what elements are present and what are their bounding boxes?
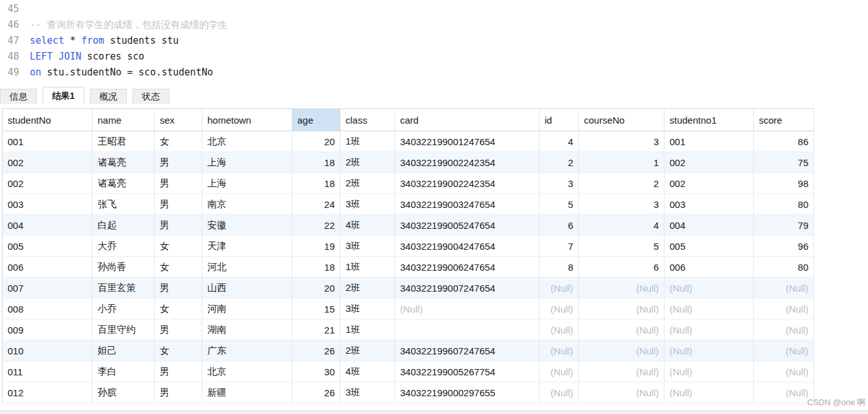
- cell-sex[interactable]: 女: [155, 236, 202, 257]
- cell-name[interactable]: 李白: [93, 361, 155, 382]
- cell-studentno1[interactable]: (Null): [664, 320, 754, 340]
- cell-studentno1[interactable]: 002: [664, 152, 754, 173]
- cell-score[interactable]: (Null): [754, 382, 814, 403]
- column-header-studentNo[interactable]: studentNo: [3, 109, 93, 131]
- cell-score[interactable]: (Null): [754, 299, 814, 320]
- cell-studentno1[interactable]: (Null): [664, 361, 754, 382]
- cell-hometown[interactable]: 河北: [202, 257, 292, 278]
- cell-class[interactable]: 3班: [340, 299, 395, 320]
- cell-sex[interactable]: 男: [155, 215, 202, 236]
- cell-class[interactable]: 2班: [340, 340, 395, 361]
- cell-sex[interactable]: 男: [155, 173, 202, 194]
- cell-age[interactable]: 18: [292, 257, 340, 278]
- cell-courseNo[interactable]: 1: [579, 152, 664, 173]
- sql-editor[interactable]: 4546-- 查询所有学生的成绩，包括没有成绩的学生47select * fro…: [0, 0, 868, 86]
- cell-age[interactable]: 20: [292, 278, 340, 299]
- cell-name[interactable]: 王昭君: [93, 131, 155, 152]
- cell-class[interactable]: 2班: [340, 152, 395, 173]
- cell-score[interactable]: (Null): [754, 361, 814, 382]
- cell-studentno1[interactable]: 002: [664, 173, 754, 194]
- cell-id[interactable]: 2: [540, 152, 579, 173]
- column-header-age[interactable]: age: [292, 109, 340, 131]
- cell-studentNo[interactable]: 002: [3, 152, 93, 173]
- cell-hometown[interactable]: 上海: [202, 152, 292, 173]
- cell-courseNo[interactable]: (Null): [579, 361, 664, 382]
- cell-id[interactable]: (Null): [540, 278, 579, 299]
- cell-name[interactable]: 孙尚香: [93, 257, 155, 278]
- cell-age[interactable]: 26: [292, 382, 340, 403]
- cell-age[interactable]: 15: [292, 299, 340, 320]
- cell-courseNo[interactable]: (Null): [579, 340, 664, 361]
- cell-age[interactable]: 21: [292, 320, 340, 340]
- cell-name[interactable]: 大乔: [93, 236, 155, 257]
- tab-result1[interactable]: 结果1: [42, 87, 84, 104]
- cell-class[interactable]: 1班: [340, 320, 395, 340]
- column-header-id[interactable]: id: [540, 109, 579, 131]
- cell-age[interactable]: 30: [292, 361, 340, 382]
- column-header-name[interactable]: name: [93, 109, 155, 131]
- cell-id[interactable]: 8: [540, 257, 579, 278]
- column-header-hometown[interactable]: hometown: [202, 109, 292, 131]
- cell-name[interactable]: 张飞: [93, 194, 155, 215]
- cell-hometown[interactable]: 南京: [202, 194, 292, 215]
- cell-sex[interactable]: 女: [155, 131, 202, 152]
- cell-age[interactable]: 20: [292, 131, 340, 152]
- cell-id[interactable]: 4: [540, 131, 579, 152]
- column-header-courseNo[interactable]: courseNo: [579, 109, 664, 131]
- cell-studentNo[interactable]: 003: [3, 194, 93, 215]
- cell-courseNo[interactable]: 2: [579, 173, 664, 194]
- cell-id[interactable]: 6: [540, 215, 579, 236]
- cell-studentno1[interactable]: (Null): [664, 278, 754, 299]
- cell-sex[interactable]: 男: [155, 320, 202, 340]
- cell-score[interactable]: 80: [754, 194, 814, 215]
- cell-age[interactable]: 18: [292, 152, 340, 173]
- cell-class[interactable]: 3班: [340, 382, 395, 403]
- cell-id[interactable]: (Null): [540, 340, 579, 361]
- cell-courseNo[interactable]: (Null): [579, 278, 664, 299]
- cell-name[interactable]: 白起: [93, 215, 155, 236]
- cell-age[interactable]: 26: [292, 340, 340, 361]
- cell-id[interactable]: 5: [540, 194, 579, 215]
- cell-studentNo[interactable]: 002: [3, 173, 93, 194]
- cell-studentNo[interactable]: 004: [3, 215, 93, 236]
- cell-card[interactable]: 340322199003247654: [395, 194, 540, 215]
- cell-studentNo[interactable]: 010: [3, 340, 93, 361]
- cell-courseNo[interactable]: 4: [579, 215, 664, 236]
- cell-score[interactable]: (Null): [754, 340, 814, 361]
- cell-card[interactable]: 340322199004247654: [395, 236, 540, 257]
- cell-courseNo[interactable]: 6: [579, 257, 664, 278]
- cell-studentno1[interactable]: (Null): [664, 382, 754, 403]
- cell-score[interactable]: (Null): [754, 320, 814, 340]
- cell-studentNo[interactable]: 009: [3, 320, 93, 340]
- cell-studentno1[interactable]: 001: [664, 131, 754, 152]
- cell-name[interactable]: 小乔: [93, 299, 155, 320]
- cell-card[interactable]: 340322199006247654: [395, 257, 540, 278]
- cell-hometown[interactable]: 安徽: [202, 215, 292, 236]
- cell-card[interactable]: 340322199005247654: [395, 215, 540, 236]
- cell-name[interactable]: 百里守约: [93, 320, 155, 340]
- cell-hometown[interactable]: 上海: [202, 173, 292, 194]
- cell-card[interactable]: [395, 320, 540, 340]
- cell-card[interactable]: 340322199005267754: [395, 361, 540, 382]
- cell-hometown[interactable]: 天津: [202, 236, 292, 257]
- cell-sex[interactable]: 男: [155, 361, 202, 382]
- cell-sex[interactable]: 男: [155, 152, 202, 173]
- cell-courseNo[interactable]: 3: [579, 194, 664, 215]
- cell-sex[interactable]: 男: [155, 382, 202, 403]
- cell-name[interactable]: 诸葛亮: [93, 152, 155, 173]
- cell-hometown[interactable]: 北京: [202, 131, 292, 152]
- cell-studentno1[interactable]: 005: [664, 236, 754, 257]
- cell-courseNo[interactable]: 5: [579, 236, 664, 257]
- cell-name[interactable]: 妲己: [93, 340, 155, 361]
- tab-overview[interactable]: 概况: [90, 89, 127, 104]
- cell-card[interactable]: 340322199002242354: [395, 152, 540, 173]
- cell-card[interactable]: 340322199607247654: [395, 340, 540, 361]
- cell-card[interactable]: 340322199002242354: [395, 173, 540, 194]
- cell-courseNo[interactable]: (Null): [579, 320, 664, 340]
- cell-id[interactable]: (Null): [540, 299, 579, 320]
- cell-class[interactable]: 1班: [340, 257, 395, 278]
- cell-id[interactable]: 3: [540, 173, 579, 194]
- cell-studentno1[interactable]: 004: [664, 215, 754, 236]
- cell-age[interactable]: 18: [292, 173, 340, 194]
- cell-id[interactable]: 7: [540, 236, 579, 257]
